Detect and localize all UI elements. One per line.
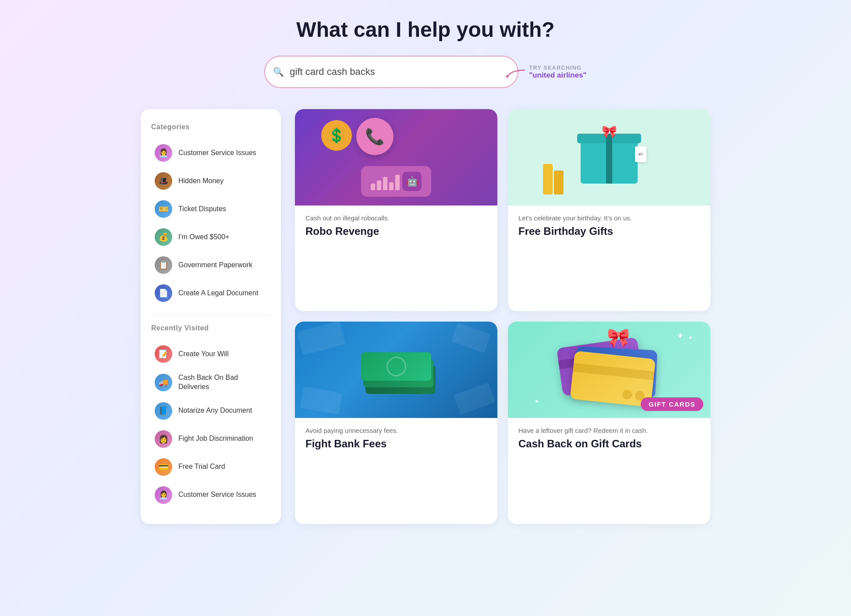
cash-back-deliveries-icon: 🚚 xyxy=(155,374,172,391)
sidebar-label-legal: Create A Legal Document xyxy=(178,289,258,298)
bg-bill-2 xyxy=(451,323,491,354)
owed-icon: 💰 xyxy=(155,228,172,246)
card-bankfees-image xyxy=(295,322,497,418)
main-layout: Categories 👩‍💼 Customer Service Issues 🎩… xyxy=(141,109,710,524)
search-icon: 🔍 xyxy=(273,67,284,77)
bg-bill-4 xyxy=(453,382,495,415)
card-birthday-subtitle: Let's celebrate your birthday. It's on u… xyxy=(518,214,700,222)
card-bankfees-body: Avoid paying unnecessary fees. Fight Ban… xyxy=(295,418,497,463)
create-will-icon: 📝 xyxy=(155,345,172,363)
search-input[interactable] xyxy=(264,56,518,88)
legal-icon: 📄 xyxy=(155,284,172,302)
sparkle-2: ✦ xyxy=(688,335,693,341)
categories-title: Categories xyxy=(151,123,270,131)
hint-text: TRY SEARCHING "united airlines" xyxy=(529,64,586,80)
sidebar-label-fight-job: Fight Job Discrimination xyxy=(178,434,253,443)
try-value: "united airlines" xyxy=(529,71,586,80)
sidebar-item-government[interactable]: 📋 Government Paperwork xyxy=(151,252,270,278)
sidebar-item-notarize[interactable]: 📘 Notarize Any Document xyxy=(151,398,270,424)
gift-bow: 🎀 xyxy=(607,327,630,348)
sidebar-label-notarize: Notarize Any Document xyxy=(178,406,252,415)
sidebar-item-create-will[interactable]: 📝 Create Your Will xyxy=(151,341,270,367)
sidebar-divider xyxy=(151,315,270,315)
fight-job-icon: 👩 xyxy=(155,430,172,448)
bg-bill-3 xyxy=(300,386,342,415)
customer-service-icon: 👩‍💼 xyxy=(155,144,172,162)
sidebar-item-fight-job[interactable]: 👩 Fight Job Discrimination xyxy=(151,426,270,452)
card-robo-subtitle: Cash out on illegal robocalls. xyxy=(305,214,487,222)
card-giftcards-image: ✦ ✦ ✦ xyxy=(508,322,710,418)
card-birthday-title: Free Birthday Gifts xyxy=(518,225,700,238)
card-cash-back-gift-cards[interactable]: ✦ ✦ ✦ xyxy=(508,322,710,524)
sidebar-label-cash-back-deliveries: Cash Back On Bad Deliveries xyxy=(178,373,267,392)
gift-cards-badge: GIFT CARDS xyxy=(641,397,703,411)
bot-chart-icon: 🤖 xyxy=(361,166,431,197)
dollar-icon: 💲 xyxy=(321,120,352,151)
sidebar-label-ticket-disputes: Ticket Disputes xyxy=(178,205,226,214)
card-birthday-image: 🎀 🏷 xyxy=(508,109,710,205)
notarize-icon: 📘 xyxy=(155,402,172,420)
sidebar-item-legal[interactable]: 📄 Create A Legal Document xyxy=(151,280,270,306)
government-icon: 📋 xyxy=(155,256,172,274)
books-icon xyxy=(543,164,564,195)
sidebar-label-government: Government Paperwork xyxy=(178,261,252,270)
recently-visited-title: Recently Visited xyxy=(151,324,270,332)
page-title: What can I help you with? xyxy=(26,18,825,42)
sidebar-item-cash-back-deliveries[interactable]: 🚚 Cash Back On Bad Deliveries xyxy=(151,369,270,396)
card-birthday-body: Let's celebrate your birthday. It's on u… xyxy=(508,205,710,250)
card-giftcards-body: Have a leftover gift card? Redeem it in … xyxy=(508,418,710,463)
search-area: 🔍 TRY SEARCHING "united airlines" xyxy=(26,56,825,88)
sparkle-1: ✦ xyxy=(677,330,684,341)
bg-bill-1 xyxy=(297,322,346,355)
try-label: TRY SEARCHING xyxy=(529,64,582,71)
card-giftcards-title: Cash Back on Gift Cards xyxy=(518,438,700,450)
sidebar: Categories 👩‍💼 Customer Service Issues 🎩… xyxy=(141,109,281,524)
card-bankfees-title: Fight Bank Fees xyxy=(305,438,487,450)
sidebar-label-create-will: Create Your Will xyxy=(178,350,229,359)
sidebar-item-hidden-money[interactable]: 🎩 Hidden Money xyxy=(151,168,270,194)
money-stack xyxy=(361,352,431,396)
sidebar-label-customer-service: Customer Service Issues xyxy=(178,149,256,158)
card-fight-bank-fees[interactable]: Avoid paying unnecessary fees. Fight Ban… xyxy=(295,322,497,524)
sidebar-label-customer-service2: Customer Service Issues xyxy=(178,490,256,499)
phone-icon: 📞 xyxy=(356,118,394,155)
arrow-icon xyxy=(503,68,527,81)
try-searching-hint: TRY SEARCHING "united airlines" xyxy=(529,64,586,80)
card-robo-image: 💲 📞 🤖 xyxy=(295,109,497,205)
sparkle-3: ✦ xyxy=(534,398,539,405)
ticket-disputes-icon: 🎫 xyxy=(155,200,172,218)
card-robo-revenge[interactable]: 💲 📞 🤖 xyxy=(295,109,497,311)
sidebar-label-free-trial: Free Trial Card xyxy=(178,462,225,471)
svg-marker-0 xyxy=(505,75,509,78)
sidebar-item-owed[interactable]: 💰 I'm Owed $500+ xyxy=(151,224,270,250)
free-trial-icon: 💳 xyxy=(155,458,172,476)
customer-service2-icon: 👩‍💼 xyxy=(155,486,172,504)
sidebar-item-free-trial[interactable]: 💳 Free Trial Card xyxy=(151,454,270,480)
card-giftcards-subtitle: Have a leftover gift card? Redeem it in … xyxy=(518,427,700,434)
cards-grid: 💲 📞 🤖 xyxy=(295,109,710,524)
sidebar-item-customer-service[interactable]: 👩‍💼 Customer Service Issues xyxy=(151,140,270,166)
sidebar-label-owed: I'm Owed $500+ xyxy=(178,233,229,242)
hidden-money-icon: 🎩 xyxy=(155,172,172,190)
card-free-birthday[interactable]: 🎀 🏷 Let's celebrate your xyxy=(508,109,710,311)
card-bankfees-subtitle: Avoid paying unnecessary fees. xyxy=(305,427,487,434)
sidebar-label-hidden-money: Hidden Money xyxy=(178,177,223,186)
sidebar-item-customer-service2[interactable]: 👩‍💼 Customer Service Issues xyxy=(151,482,270,508)
gift-box-icon: 🎀 🏷 xyxy=(581,140,638,184)
card-robo-body: Cash out on illegal robocalls. Robo Reve… xyxy=(295,205,497,250)
search-wrapper: 🔍 xyxy=(264,56,518,88)
sidebar-item-ticket-disputes[interactable]: 🎫 Ticket Disputes xyxy=(151,196,270,222)
card-robo-title: Robo Revenge xyxy=(305,225,487,238)
